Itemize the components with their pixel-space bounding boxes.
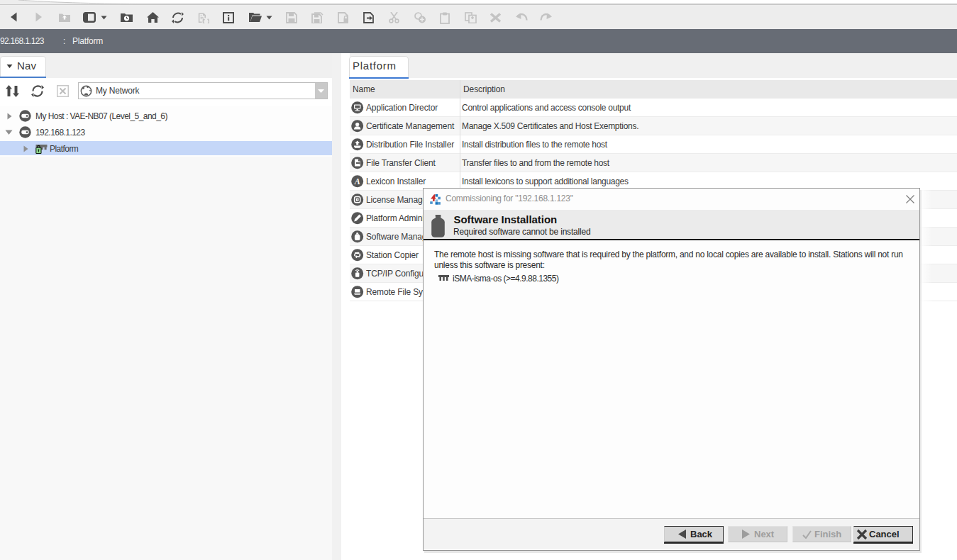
svg-text:A: A <box>354 177 360 186</box>
